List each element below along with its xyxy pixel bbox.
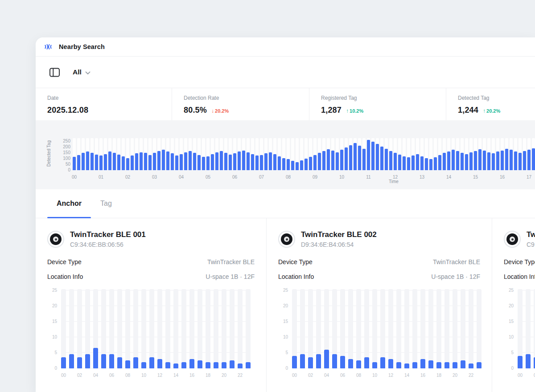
trend-badge: ↑10.2% — [346, 108, 363, 114]
stat-registered-tag: Registered Tag 1,287 ↑10.2% — [309, 88, 446, 120]
app-header: Nearby Search — [36, 37, 535, 57]
trend-delta: 20.2% — [215, 108, 229, 114]
field-label-location: Location Info — [504, 273, 535, 280]
field-label-device-type: Device Type — [504, 258, 535, 265]
trend-up-icon: ↑ — [346, 108, 349, 114]
device-fields: Device Type TwinTracker BLE Location Inf… — [47, 258, 255, 280]
bar-plot: 000102030405060708091011121314151617 — [73, 120, 535, 180]
anchor-device-icon — [278, 231, 295, 248]
x-axis-label: Time — [389, 179, 399, 184]
device-fields: Device Type TwinTracker BLE Location Inf… — [504, 258, 535, 280]
device-hourly-chart: 0510152025 000204060810121416182022 — [504, 289, 535, 378]
stats-row: Date 2025.12.08 Detection Rate 80.5% ↓20… — [36, 88, 535, 120]
bar-plot: 000204060810121416182022 — [518, 289, 535, 378]
bar-plot: 000204060810121416182022 — [292, 289, 480, 378]
beacon-logo-icon — [43, 41, 54, 52]
field-label-device-type: Device Type — [47, 258, 82, 265]
device-name: TwinTracker BLE 003 — [527, 230, 535, 239]
chevron-down-icon — [85, 69, 91, 77]
card-header: TwinTracker BLE 002 D9:34:6E:B4:06:54 — [278, 230, 480, 248]
trend-up-icon: ↑ — [483, 108, 486, 114]
device-fields: Device Type TwinTracker BLE Location Inf… — [278, 258, 480, 280]
stat-value: 1,244 — [458, 106, 478, 115]
device-hourly-chart: 0510152025 000204060810121416182022 — [278, 289, 480, 378]
stat-date: Date 2025.12.08 — [36, 88, 172, 120]
toolbar: All — [36, 57, 535, 88]
device-name: TwinTracker BLE 002 — [301, 230, 377, 239]
stat-value: 80.5% — [184, 106, 207, 115]
device-hourly-chart: 0510152025 000204060810121416182022 — [47, 289, 255, 378]
anchor-device-icon — [504, 231, 521, 248]
bar-plot: 000204060810121416182022 — [61, 289, 251, 378]
filter-dropdown[interactable]: All — [73, 68, 91, 77]
stat-label: Detection Rate — [184, 95, 309, 101]
field-label-location: Location Info — [278, 273, 314, 280]
main-window: Nearby Search All Date 2025.12.08 Detect… — [36, 37, 535, 392]
trend-delta: 10.2% — [350, 108, 363, 114]
tab-tag[interactable]: Tag — [91, 189, 121, 218]
page-title: Nearby Search — [59, 43, 105, 50]
trend-down-icon: ↓ — [211, 108, 214, 114]
y-axis-ticks: 0510152025 — [278, 289, 288, 378]
tab-bar: Anchor Tag — [36, 189, 535, 218]
field-value-device-type: TwinTracker BLE — [433, 258, 480, 265]
filter-selected-value: All — [73, 68, 82, 76]
card-header: TwinTracker BLE 001 C9:34:6E:BB:06:56 — [47, 230, 255, 248]
device-mac-address: C9:34:6E:BB:06:56 — [70, 241, 146, 248]
trend-badge: ↓20.2% — [211, 108, 229, 114]
y-axis-ticks: 0510152025 — [504, 289, 514, 378]
y-axis-ticks: 0510152025 — [47, 289, 57, 378]
sidebar-toggle-button[interactable] — [48, 65, 62, 79]
anchor-device-icon — [47, 231, 64, 248]
anchor-card: TwinTracker BLE 003 C9:34:6E:BB:06:58 De… — [492, 218, 535, 392]
field-label-location: Location Info — [47, 273, 83, 280]
device-mac-address: D9:34:6E:B4:06:54 — [301, 241, 377, 248]
detected-tag-time-chart: Detected Tag 050100150200250 00010203040… — [36, 120, 535, 189]
anchor-card-list: TwinTracker BLE 001 C9:34:6E:BB:06:56 De… — [36, 218, 535, 392]
stat-label: Detected Tag — [458, 95, 535, 101]
stat-detection-rate: Detection Rate 80.5% ↓20.2% — [172, 88, 309, 120]
anchor-card: TwinTracker BLE 002 D9:34:6E:B4:06:54 De… — [266, 218, 492, 392]
field-value-location: U-space 1B · 12F — [431, 273, 480, 280]
field-label-device-type: Device Type — [278, 258, 313, 265]
card-header: TwinTracker BLE 003 C9:34:6E:BB:06:58 — [504, 230, 535, 248]
trend-badge: ↑20.2% — [483, 108, 500, 114]
stat-label: Registered Tag — [321, 95, 446, 101]
field-value-device-type: TwinTracker BLE — [207, 258, 255, 265]
field-value-location: U-space 1B · 12F — [206, 273, 255, 280]
y-axis-ticks: 050100150200250 — [36, 120, 70, 180]
stat-value: 1,287 — [321, 106, 342, 115]
device-name: TwinTracker BLE 001 — [70, 230, 146, 239]
trend-delta: 20.2% — [486, 108, 500, 114]
device-mac-address: C9:34:6E:BB:06:58 — [527, 241, 535, 248]
anchor-card: TwinTracker BLE 001 C9:34:6E:BB:06:56 De… — [36, 218, 266, 392]
stat-value: 2025.12.08 — [47, 106, 88, 115]
stat-label: Date — [47, 95, 172, 101]
tab-anchor[interactable]: Anchor — [47, 189, 91, 218]
stat-detected-tag: Detected Tag 1,244 ↑20.2% — [446, 88, 535, 120]
